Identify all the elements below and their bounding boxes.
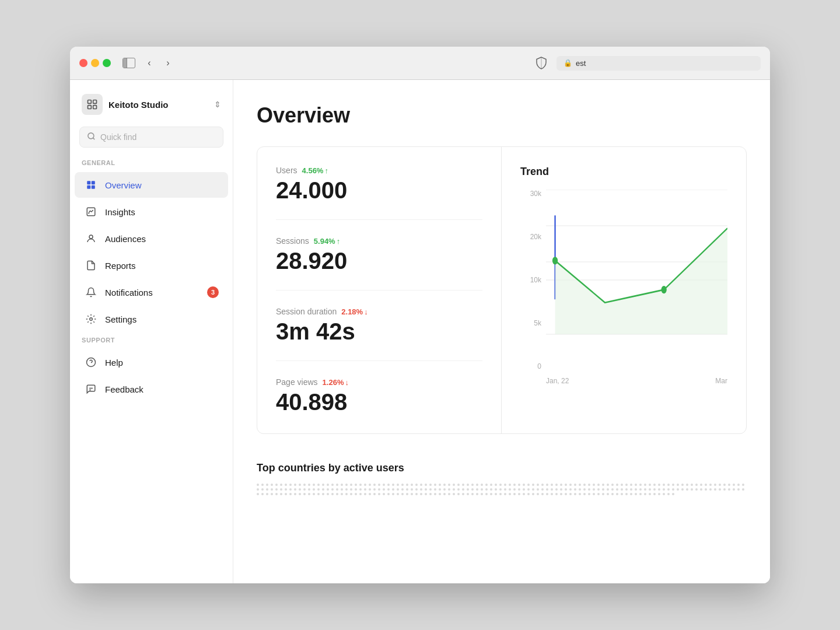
svg-rect-0: [88, 100, 92, 104]
help-label: Help: [105, 358, 219, 368]
sidebar-item-reports[interactable]: Reports: [75, 253, 228, 278]
close-button[interactable]: [79, 59, 88, 67]
svg-rect-1: [93, 100, 97, 104]
map-dot: [350, 493, 352, 495]
map-dot: [434, 493, 436, 495]
map-dot: [644, 484, 646, 486]
map-dot: [504, 493, 506, 495]
map-dot: [313, 488, 315, 491]
map-dot: [644, 493, 646, 495]
stat-pageviews-label: Page views: [276, 377, 318, 387]
svg-rect-6: [87, 181, 90, 184]
map-dot: [401, 493, 404, 495]
map-dot: [420, 484, 422, 486]
address-bar[interactable]: 🔒 est: [556, 56, 761, 71]
sidebar-item-audiences[interactable]: Audiences: [75, 226, 228, 251]
sidebar-item-overview[interactable]: Overview: [75, 172, 228, 198]
sidebar-item-settings[interactable]: Settings: [75, 306, 228, 332]
stat-users: Users 4.56% ↑ 24.000: [276, 166, 482, 220]
map-dot: [411, 488, 413, 491]
sidebar-toggle-icon[interactable]: [123, 58, 135, 68]
map-dot: [317, 484, 320, 486]
map-dot: [397, 493, 399, 495]
settings-icon: [84, 312, 98, 326]
y-label-30k: 30k: [520, 190, 541, 198]
map-dot: [457, 488, 460, 491]
quick-find-search[interactable]: Quick find: [79, 127, 223, 148]
sidebar-item-notifications[interactable]: Notifications 3: [75, 279, 228, 305]
shield-icon: [532, 54, 551, 72]
sidebar-item-insights[interactable]: Insights: [75, 199, 228, 225]
workspace-name: Keitoto Studio: [108, 100, 208, 110]
map-dot: [546, 488, 548, 491]
maximize-button[interactable]: [103, 59, 111, 67]
map-dot: [579, 493, 581, 495]
audiences-label: Audiences: [105, 234, 219, 244]
workspace-header[interactable]: Keitoto Studio ⇕: [70, 92, 233, 127]
map-dot: [322, 488, 324, 491]
map-dot: [513, 484, 516, 486]
sidebar-item-help[interactable]: Help: [75, 349, 228, 375]
map-dot: [546, 493, 548, 495]
map-dot: [495, 484, 497, 486]
map-dot: [289, 484, 292, 486]
map-dot: [308, 488, 310, 491]
stat-users-change: 4.56% ↑: [302, 166, 328, 175]
sidebar-item-feedback[interactable]: Feedback: [75, 376, 228, 402]
map-dot: [639, 488, 642, 491]
forward-button[interactable]: ›: [161, 56, 175, 70]
map-dot: [453, 488, 455, 491]
map-dot: [737, 488, 740, 491]
map-dot: [448, 493, 450, 495]
map-dot: [611, 488, 614, 491]
map-dot: [448, 484, 450, 486]
map-dot: [425, 488, 427, 491]
map-dot: [705, 484, 707, 486]
map-dot: [439, 493, 441, 495]
map-dot: [649, 488, 651, 491]
map-dot: [728, 484, 730, 486]
feedback-icon: [84, 382, 98, 396]
map-dot: [401, 484, 404, 486]
map-dot: [518, 484, 520, 486]
map-dot: [719, 484, 721, 486]
search-placeholder: Quick find: [100, 132, 136, 142]
stat-duration-label: Session duration: [276, 307, 337, 316]
minimize-button[interactable]: [91, 59, 99, 67]
stat-sessions-value: 28.920: [276, 248, 482, 274]
map-dot: [294, 493, 296, 495]
map-dot: [509, 484, 511, 486]
help-icon: [84, 355, 98, 369]
map-dot: [574, 484, 576, 486]
nav-arrows: ‹ ›: [142, 56, 175, 70]
map-dot: [490, 484, 492, 486]
map-dot: [453, 493, 455, 495]
svg-point-26: [661, 286, 666, 293]
map-dot: [289, 493, 292, 495]
map-dot: [355, 488, 357, 491]
map-dot: [663, 484, 665, 486]
overview-label: Overview: [105, 180, 219, 190]
map-dot: [275, 493, 278, 495]
map-dot: [518, 493, 520, 495]
support-section-label: SUPPORT: [70, 337, 233, 348]
map-dot: [625, 493, 628, 495]
map-dot: [280, 484, 282, 486]
map-dot: [266, 488, 268, 491]
map-dot: [299, 484, 301, 486]
map-dot: [327, 484, 329, 486]
map-dot: [327, 488, 329, 491]
map-dot: [672, 484, 674, 486]
x-label-mar: Mar: [715, 377, 727, 385]
browser-window: ‹ › 🔒 est: [70, 47, 770, 583]
back-button[interactable]: ‹: [142, 56, 156, 70]
map-dot: [709, 488, 712, 491]
map-dot: [317, 488, 320, 491]
address-text: est: [576, 59, 586, 68]
svg-line-5: [93, 138, 94, 139]
reports-label: Reports: [105, 261, 219, 271]
map-dot: [653, 488, 656, 491]
map-dot: [411, 493, 413, 495]
svg-point-13: [90, 318, 93, 321]
map-dot: [257, 488, 259, 491]
